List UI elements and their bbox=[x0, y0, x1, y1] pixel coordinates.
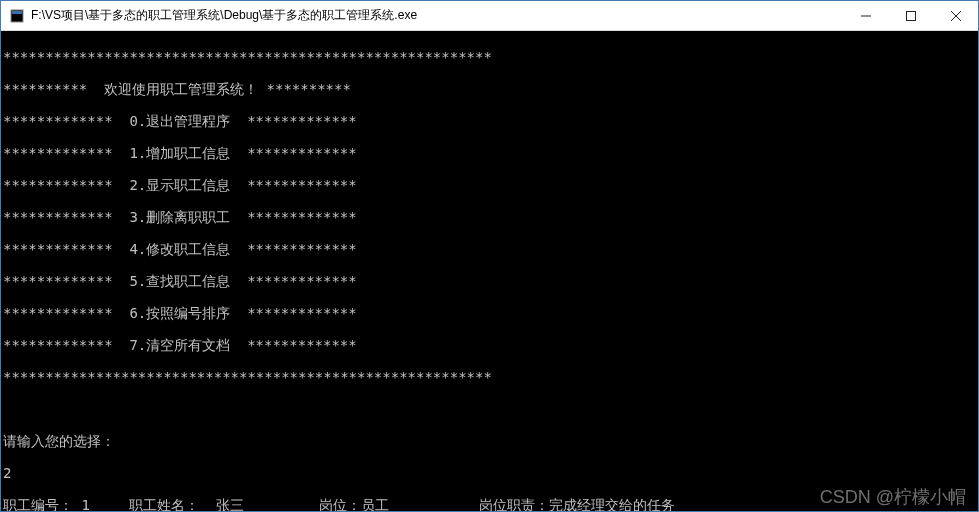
menu-welcome: ********** 欢迎使用职工管理系统！ ********** bbox=[3, 81, 976, 97]
cell-duty: 岗位职责：完成经理交给的任务 bbox=[479, 497, 675, 511]
titlebar: F:\VS项目\基于多态的职工管理系统\Debug\基于多态的职工管理系统.ex… bbox=[1, 1, 978, 31]
cell-id: 职工编号： 1 bbox=[3, 497, 129, 511]
window-controls bbox=[843, 1, 978, 30]
table-row: 职工编号： 1职工姓名： 张三岗位：员工岗位职责：完成经理交给的任务 bbox=[3, 497, 976, 511]
menu-item: ************* 5.查找职工信息 ************* bbox=[3, 273, 976, 289]
maximize-button[interactable] bbox=[888, 1, 933, 30]
menu-item: ************* 1.增加职工信息 ************* bbox=[3, 145, 976, 161]
menu-item: ************* 7.清空所有文档 ************* bbox=[3, 337, 976, 353]
menu-border-top: ****************************************… bbox=[3, 49, 976, 65]
close-button[interactable] bbox=[933, 1, 978, 30]
cell-name: 职工姓名： 张三 bbox=[129, 497, 319, 511]
menu-item: ************* 0.退出管理程序 ************* bbox=[3, 113, 976, 129]
prompt-text: 请输入您的选择： bbox=[3, 433, 976, 449]
menu-item: ************* 2.显示职工信息 ************* bbox=[3, 177, 976, 193]
user-input: 2 bbox=[3, 465, 976, 481]
window-title: F:\VS项目\基于多态的职工管理系统\Debug\基于多态的职工管理系统.ex… bbox=[31, 7, 843, 24]
cell-position: 岗位：员工 bbox=[319, 497, 479, 511]
minimize-button[interactable] bbox=[843, 1, 888, 30]
svg-rect-3 bbox=[906, 11, 915, 20]
menu-border-bottom: ****************************************… bbox=[3, 369, 976, 385]
svg-rect-1 bbox=[12, 11, 22, 14]
app-window: F:\VS项目\基于多态的职工管理系统\Debug\基于多态的职工管理系统.ex… bbox=[0, 0, 979, 512]
app-icon bbox=[9, 8, 25, 24]
console-output[interactable]: ****************************************… bbox=[1, 31, 978, 511]
menu-item: ************* 4.修改职工信息 ************* bbox=[3, 241, 976, 257]
menu-item: ************* 3.删除离职职工 ************* bbox=[3, 209, 976, 225]
menu-item: ************* 6.按照编号排序 ************* bbox=[3, 305, 976, 321]
blank-line bbox=[3, 401, 976, 417]
